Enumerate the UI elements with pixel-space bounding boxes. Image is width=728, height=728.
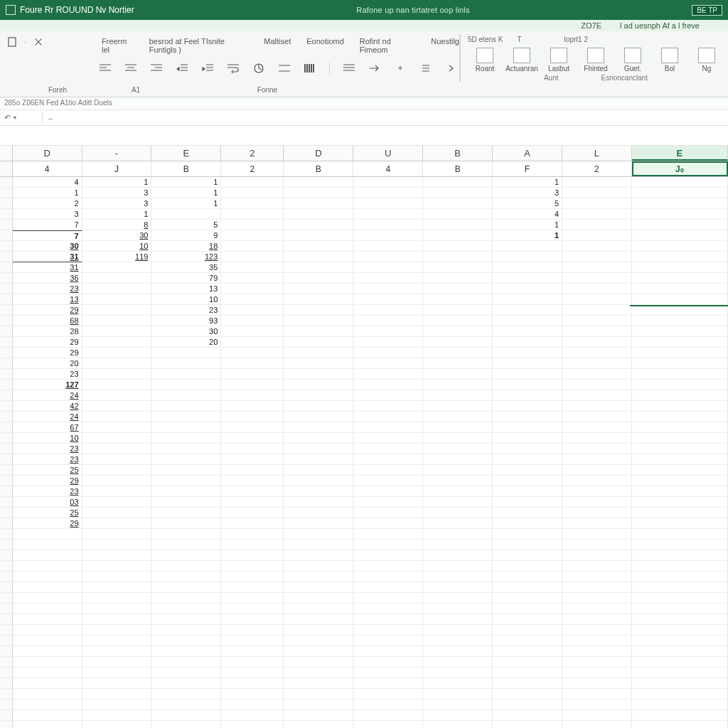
- cell[interactable]: [221, 177, 284, 188]
- cell[interactable]: [284, 337, 353, 348]
- cell[interactable]: [221, 422, 284, 433]
- cell[interactable]: [632, 646, 728, 657]
- col-subheader-8[interactable]: 2: [562, 161, 632, 176]
- row-gutter[interactable]: [0, 678, 13, 689]
- cell[interactable]: [284, 198, 353, 209]
- cell[interactable]: [151, 444, 221, 454]
- cell[interactable]: [221, 433, 284, 444]
- cell[interactable]: [423, 604, 493, 614]
- cell[interactable]: [284, 369, 353, 380]
- cell[interactable]: [13, 710, 82, 721]
- row-gutter[interactable]: [0, 188, 13, 198]
- ribbon-right-btn-0[interactable]: Roant: [468, 48, 502, 73]
- ribbon-tab-2[interactable]: Maltiset: [264, 37, 291, 54]
- cell[interactable]: [562, 582, 632, 593]
- cell[interactable]: [493, 497, 562, 508]
- cell[interactable]: [632, 241, 728, 252]
- cell[interactable]: [284, 252, 353, 262]
- col-subheader-7[interactable]: F: [493, 161, 562, 176]
- cell[interactable]: [562, 508, 632, 518]
- cell[interactable]: [221, 593, 284, 604]
- row-gutter[interactable]: [0, 284, 13, 294]
- cell[interactable]: 1: [82, 177, 152, 188]
- cell[interactable]: [562, 636, 632, 646]
- cell[interactable]: [423, 401, 493, 412]
- cell[interactable]: [13, 582, 82, 593]
- cell[interactable]: [632, 572, 728, 582]
- cell[interactable]: [82, 646, 152, 657]
- cell[interactable]: [562, 454, 632, 465]
- cell[interactable]: 31: [13, 252, 82, 262]
- chevron-icon[interactable]: [444, 61, 459, 75]
- cell[interactable]: [284, 348, 353, 358]
- cell[interactable]: [423, 316, 493, 326]
- cell[interactable]: [632, 273, 728, 284]
- cell[interactable]: [562, 518, 632, 529]
- cell[interactable]: [151, 422, 221, 433]
- cell[interactable]: [353, 689, 423, 700]
- cell[interactable]: [284, 465, 353, 476]
- cell[interactable]: [562, 433, 632, 444]
- row-gutter[interactable]: [0, 433, 13, 444]
- cell[interactable]: [353, 369, 423, 380]
- cell[interactable]: [151, 550, 221, 561]
- cell[interactable]: [562, 465, 632, 476]
- col-subheader-3[interactable]: 2: [221, 161, 284, 176]
- cell[interactable]: [353, 262, 423, 273]
- cell[interactable]: [562, 540, 632, 550]
- cell[interactable]: [353, 316, 423, 326]
- cell[interactable]: [82, 358, 152, 369]
- row-gutter[interactable]: [0, 700, 13, 710]
- cell[interactable]: [82, 657, 152, 668]
- cell[interactable]: [632, 476, 728, 486]
- cell[interactable]: [562, 657, 632, 668]
- cell[interactable]: [284, 529, 353, 540]
- cell[interactable]: [284, 550, 353, 561]
- cell[interactable]: [151, 518, 221, 529]
- col-subheader-4[interactable]: B: [284, 161, 353, 176]
- cell[interactable]: [493, 561, 562, 572]
- cell[interactable]: [632, 220, 728, 230]
- cell[interactable]: [423, 540, 493, 550]
- col-header-7[interactable]: A: [493, 146, 562, 161]
- cell[interactable]: [353, 614, 423, 625]
- cell[interactable]: [82, 550, 152, 561]
- cell[interactable]: [82, 326, 152, 337]
- cell[interactable]: [562, 572, 632, 582]
- cell[interactable]: [353, 646, 423, 657]
- cell[interactable]: [151, 710, 221, 721]
- row-gutter[interactable]: [0, 454, 13, 465]
- cell[interactable]: [423, 444, 493, 454]
- cell[interactable]: [423, 177, 493, 188]
- cell[interactable]: [82, 444, 152, 454]
- cell[interactable]: [632, 678, 728, 689]
- cell[interactable]: [151, 390, 221, 401]
- cell[interactable]: [284, 721, 353, 728]
- cell[interactable]: [423, 209, 493, 220]
- cell[interactable]: [562, 198, 632, 209]
- cell[interactable]: [13, 561, 82, 572]
- cell[interactable]: [423, 433, 493, 444]
- cell[interactable]: [632, 529, 728, 540]
- cell[interactable]: [423, 273, 493, 284]
- row-gutter[interactable]: [0, 614, 13, 625]
- cell[interactable]: [151, 540, 221, 550]
- cell[interactable]: [284, 476, 353, 486]
- row-gutter[interactable]: [0, 422, 13, 433]
- cell[interactable]: [632, 188, 728, 198]
- bars-icon[interactable]: [418, 61, 434, 75]
- cell[interactable]: 20: [13, 358, 82, 369]
- cell[interactable]: [284, 572, 353, 582]
- cell[interactable]: [562, 625, 632, 636]
- cell[interactable]: 31: [13, 262, 82, 273]
- row-gutter[interactable]: [0, 444, 13, 454]
- cell[interactable]: [353, 593, 423, 604]
- right-tab-2[interactable]: loprt1 2: [564, 36, 588, 43]
- cell[interactable]: 30: [82, 230, 152, 241]
- cell[interactable]: [632, 230, 728, 241]
- col-subheader-0[interactable]: 4: [13, 161, 82, 176]
- cell[interactable]: [13, 646, 82, 657]
- cell[interactable]: [82, 433, 152, 444]
- cell[interactable]: [632, 316, 728, 326]
- cell[interactable]: [151, 476, 221, 486]
